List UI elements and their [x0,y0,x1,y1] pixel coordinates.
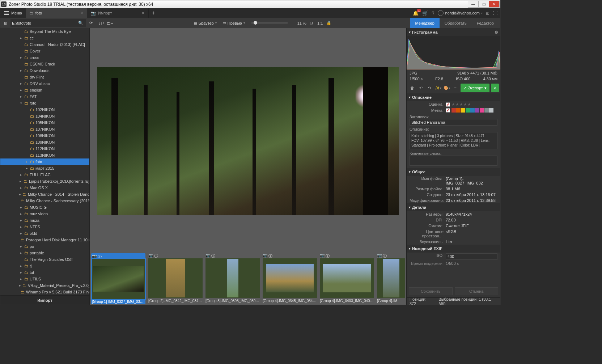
mode-editor[interactable]: Редактор [472,18,499,28]
folder-item[interactable]: ▸🗀foto [0,158,89,165]
magic-icon[interactable]: ✨ [434,84,442,92]
rating-clear-icon[interactable] [446,102,450,107]
mode-process[interactable]: Обработать [440,18,472,28]
tab-Импорт[interactable]: 📷Импорт× [87,8,149,18]
folder-item[interactable]: 🗀Paragon Hard Disk Manager 11 10.0... [0,237,89,243]
folder-item[interactable]: 🗀104NIKON [0,113,89,119]
expand-icon[interactable]: ▸ [19,212,23,216]
nav-home-icon[interactable]: 🗎 [2,20,9,27]
expand-icon[interactable]: ▸ [19,232,23,235]
folder-item[interactable]: 🗀108NIKON [0,132,89,139]
color-swatch[interactable] [466,108,470,113]
folder-item[interactable]: ▸🗀NTFS [0,224,89,230]
color-swatch[interactable] [456,108,461,113]
lock-icon[interactable]: 🔒 [325,20,332,27]
share-button[interactable]: < [491,84,499,92]
delete-icon[interactable]: 🗑 [408,84,416,92]
folder-item[interactable]: ▾🗀foto [0,100,89,106]
folder-item[interactable]: 🗀113NIKON [0,152,89,158]
cancel-button[interactable]: Отмена [455,287,499,295]
expand-icon[interactable]: ▸ [19,219,23,222]
browser-view-button[interactable]: ▦ Браузер [191,19,219,27]
expand-icon[interactable]: ▸ [19,56,23,59]
expand-icon[interactable]: ▸ [25,160,29,164]
thumbnail[interactable]: 📷ⓘ [Group 2]-IMG_0342_IMG_0344-... [148,253,203,303]
keywords-input[interactable] [410,156,497,166]
folder-item[interactable]: 🗀Clannad - Nadur (2013) [FLAC] [0,41,89,48]
general-header[interactable]: ▾Общее [407,168,500,176]
expand-icon[interactable]: ▸ [19,69,23,72]
folder-item[interactable]: 🗀109NIKON [0,139,89,145]
expand-icon[interactable]: ▸ [25,166,29,170]
folder-item[interactable]: ▸🗀cc [0,35,89,41]
histogram-header[interactable]: ▾Гистограмма ⚙ [407,28,500,36]
refresh-icon[interactable]: ⟳ [87,20,94,27]
expand-icon[interactable]: ▸ [19,192,21,196]
expand-icon[interactable]: ▸ [19,284,21,287]
folder-item[interactable]: ▸🗀po [0,243,89,250]
search-icon[interactable]: 🔍 [77,20,84,27]
folder-item[interactable]: 🗀Beyond The Minds Eye [0,28,89,35]
thumbnail[interactable]: 📷ⓘ [Group 3]-IMG_0395_IMG_0396-... [205,253,260,303]
tab-close-icon[interactable]: × [80,10,83,16]
preview-pane[interactable] [90,28,406,251]
folder-item[interactable]: ▸🗀muz video [0,211,89,217]
folder-item[interactable]: ▸🗀FULL FLAC [0,172,89,178]
minimize-button[interactable]: — [468,1,479,8]
help-icon[interactable]: ? [432,10,434,16]
color-swatch[interactable] [461,108,465,113]
new-tab-button[interactable]: + [149,8,159,18]
folder-item[interactable]: 🗀105NIKON [0,119,89,126]
import-button[interactable]: Импорт [0,295,89,305]
expand-icon[interactable]: ▸ [19,82,23,85]
save-button[interactable]: Сохранить [409,287,453,295]
folder-item[interactable]: ▸🗀tj [0,263,89,269]
expand-icon[interactable]: ▸ [19,88,23,92]
color-swatch[interactable] [489,108,493,113]
user-account[interactable]: nohdd@yahoo.com ▾ [438,10,483,16]
folder-item[interactable]: 🗀Cover [0,48,89,54]
mode-manager[interactable]: Менеджер [410,18,439,28]
folder-item[interactable]: ▸🗀Mac OS X [0,185,89,191]
expand-icon[interactable]: ▸ [19,36,23,40]
thumbnail[interactable]: 📷ⓘ [Group 4]-IM [377,253,405,303]
folder-item[interactable]: ▸🗀UTILS [0,276,89,282]
thumbnail[interactable]: 📷ⓘ [Group 4]-IMG_0403_IMG_0405-... [320,253,374,303]
one-to-one-icon[interactable]: 1:1 [317,20,324,27]
color-swatch[interactable] [480,108,484,113]
exif-iso-input[interactable] [446,253,497,260]
main-menu-button[interactable]: Меню [0,8,26,18]
folder-item[interactable]: 🗀Winamp Pro v 5.621 Build 3173 Final [0,289,89,295]
fit-icon[interactable]: ⊡ [308,20,315,27]
cart-icon[interactable]: 🛒 [422,10,428,16]
title-input[interactable] [410,119,497,126]
filmstrip[interactable]: 📷ⓘ [Group 1]-IMG_0327_IMG_0329-...📷ⓘ [Gr… [90,251,406,305]
folder-item[interactable]: ▸🗀english [0,87,89,93]
zoom-slider[interactable] [251,22,288,24]
folder-item[interactable]: 🗀102NIKON [0,106,89,113]
folder-item[interactable]: 🗀The Virgin Suicides OST [0,256,89,263]
palette-icon[interactable]: 🎨 [443,84,451,92]
rotate-left-icon[interactable]: ↶ [417,84,425,92]
color-swatch[interactable] [452,108,456,113]
more-icon[interactable]: ⋯ [452,84,459,92]
expand-icon[interactable]: ▸ [19,225,23,229]
path-input[interactable] [12,21,76,25]
folder-item[interactable]: 🗀107NIKON [0,126,89,132]
expand-icon[interactable]: ▸ [19,264,23,268]
export-button[interactable]: ↗ Экспорт ▾ [461,84,489,92]
folder-item[interactable]: ▸🗀cross [0,54,89,61]
exif-header[interactable]: ▾Исходный EXIF [407,245,500,253]
color-swatch[interactable] [484,108,489,113]
folder-item[interactable]: ▸🗀oldd [0,230,89,237]
folder-item[interactable]: ▸🗀LjapisTrubetzkoj_2CD.[torrents.ru] [0,178,89,185]
tab-foto[interactable]: 🗀foto× [26,8,87,18]
expand-icon[interactable]: ▸ [19,277,23,281]
color-swatch[interactable] [470,108,475,113]
color-swatch[interactable] [475,108,479,113]
sort-icon[interactable]: ↓↑ [98,20,105,27]
expand-icon[interactable]: ▸ [19,173,23,177]
description-header[interactable]: ▾Описание [407,93,500,101]
folder-item[interactable]: ▸🗀VRay_Material_Presets_Pro_v.2.0_for... [0,282,89,289]
expand-icon[interactable]: ▸ [19,95,23,98]
